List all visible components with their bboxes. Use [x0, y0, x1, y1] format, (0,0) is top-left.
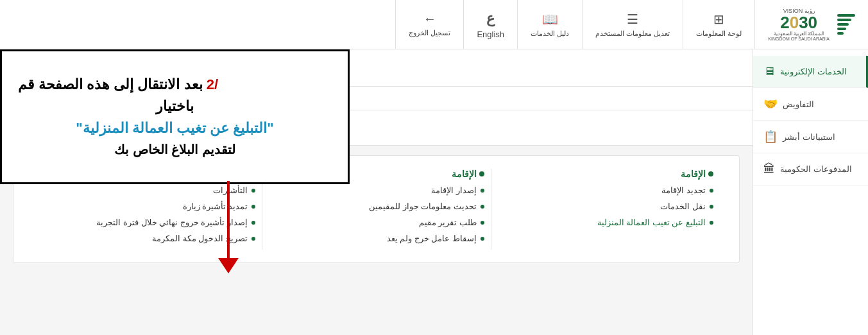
- sidebar-electronic-label: الخدمات الإلكترونية: [780, 67, 847, 76]
- arrow-line: [227, 181, 230, 258]
- nav-items: ← تسجيل الخروج ع English 📖 دليل الخدمات …: [13, 0, 755, 49]
- bullet-icon: [251, 189, 255, 193]
- logout-icon: ←: [423, 12, 436, 26]
- bullet-icon: [481, 189, 484, 193]
- sidebar-item-tafawud[interactable]: التفاويض 🤝: [753, 88, 868, 121]
- sidebar-item-absher[interactable]: استبيانات أبشر 📋: [753, 121, 868, 153]
- sidebar-absher-label: استبيانات أبشر: [783, 132, 835, 142]
- col3-title: الإقامة: [498, 169, 713, 179]
- col2-bullet: [479, 171, 484, 176]
- service-item-col2-3[interactable]: إسقاط عامل خرج ولم يعد: [269, 234, 484, 243]
- service-label: إسقاط عامل خرج ولم يعد: [387, 234, 477, 243]
- bullet-icon: [251, 237, 255, 241]
- nav-update-user[interactable]: ☰ تعديل معلومات المستخدم: [583, 0, 683, 49]
- service-label: تحديث معلومات جواز للمقيمين: [369, 202, 477, 211]
- service-item-col2-1[interactable]: تحديث معلومات جواز للمقيمين: [269, 202, 484, 211]
- nav-logout[interactable]: ← تسجيل الخروج: [395, 0, 464, 49]
- content-area: 🔍 بحث 🖨 خدمات المكفولين › خدمات إستعلاما…: [0, 49, 753, 335]
- kingdom-ar: المملكة العربية السعودية: [768, 31, 830, 37]
- tafawud-icon: 🤝: [763, 97, 778, 111]
- services-col-3: الإقامة تجديد الإقامة نقل الخدمات التبلي…: [491, 169, 720, 250]
- guide-icon: 📖: [542, 12, 558, 27]
- guide-label: دليل الخدمات: [531, 30, 569, 38]
- popup-line2: باختيار: [156, 98, 194, 115]
- vision-text-block: VISION رؤية 2030 المملكة العربية السعودي…: [768, 8, 830, 41]
- service-label: إصدار الإقامة: [431, 185, 477, 195]
- english-label: English: [477, 30, 504, 39]
- update-user-icon: ☰: [627, 12, 638, 27]
- top-nav: ← تسجيل الخروج ع English 📖 دليل الخدمات …: [0, 0, 868, 49]
- logo-area: VISION رؤية 2030 المملكة العربية السعودي…: [768, 8, 855, 41]
- sidebar-item-payments[interactable]: المدفوعات الحكومية 🏛: [753, 153, 868, 185]
- right-sidebar: الخدمات الإلكترونية 🖥 التفاويض 🤝 استبيان…: [753, 49, 868, 335]
- electronic-icon: 🖥: [763, 65, 775, 78]
- sidebar-tafawud-label: التفاويض: [783, 99, 814, 109]
- english-icon: ع: [486, 10, 495, 27]
- bullet-icon: [481, 237, 484, 241]
- overlay-popup: /2 بعد الانتقال إلى هذه الصفحة قم باختيا…: [0, 49, 350, 184]
- bullet-icon: [710, 189, 713, 193]
- vision-logo: VISION رؤية 2030 المملكة العربية السعودي…: [768, 8, 855, 41]
- col3-bullet: [708, 171, 713, 176]
- service-item-col3-1[interactable]: نقل الخدمات: [498, 202, 713, 211]
- service-label: تجديد الإقامة: [661, 185, 706, 195]
- service-item-col3-2[interactable]: التبليغ عن تغيب العمالة المنزلية: [498, 218, 713, 227]
- arrow-container: [218, 181, 239, 273]
- popup-step: /2 بعد الانتقال إلى هذه الصفحة قم: [18, 76, 218, 93]
- sidebar-payments-label: المدفوعات الحكومية: [780, 164, 852, 174]
- bullet-icon: [481, 221, 484, 225]
- popup-highlight: "التبليغ عن تغيب العمالة المنزلية": [76, 120, 273, 137]
- service-item-col3-0[interactable]: تجديد الإقامة: [498, 185, 713, 195]
- step-num: /2: [207, 76, 218, 92]
- service-item-col2-0[interactable]: إصدار الإقامة: [269, 185, 484, 195]
- kingdom-en: KINGDOM OF SAUDI ARABIA: [768, 37, 830, 41]
- service-item-col2-2[interactable]: طلب تقرير مقيم: [269, 218, 484, 227]
- bars-icon: [837, 14, 855, 35]
- main-layout: الخدمات الإلكترونية 🖥 التفاويض 🤝 استبيان…: [0, 49, 868, 335]
- nav-guide[interactable]: 📖 دليل الخدمات: [518, 0, 583, 49]
- absher-icon: 📋: [763, 130, 778, 144]
- dashboard-label: لوحة المعلومات: [696, 30, 742, 38]
- service-label: طلب تقرير مقيم: [419, 218, 477, 227]
- nav-english[interactable]: ع English: [464, 0, 518, 49]
- popup-line3: لتقديم البلاغ الخاص بك: [114, 142, 235, 157]
- logout-label: تسجيل الخروج: [409, 29, 450, 37]
- bullet-icon: [481, 205, 484, 209]
- bullet-icon: [251, 221, 255, 225]
- nav-dashboard[interactable]: ⊞ لوحة المعلومات: [683, 0, 755, 49]
- service-label: نقل الخدمات: [660, 202, 706, 211]
- payments-icon: 🏛: [763, 162, 775, 176]
- service-label: التبليغ عن تغيب العمالة المنزلية: [597, 218, 706, 227]
- dashboard-icon: ⊞: [713, 12, 724, 27]
- vision-year: 2030: [768, 14, 830, 31]
- update-user-label: تعديل معلومات المستخدم: [595, 30, 670, 38]
- bullet-icon: [710, 205, 713, 209]
- arrow-head: [218, 258, 239, 273]
- bullet-icon: [251, 205, 255, 209]
- sidebar-item-electronic[interactable]: الخدمات الإلكترونية 🖥: [753, 56, 868, 88]
- bullet-icon: [710, 221, 713, 225]
